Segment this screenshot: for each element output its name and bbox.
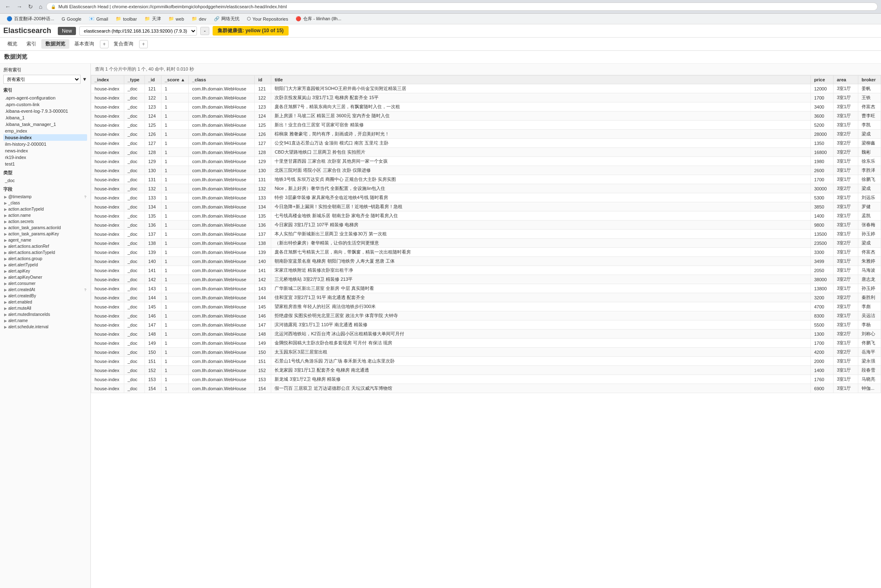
index-selector[interactable]: 所有索引 [3, 75, 81, 84]
index-item-kibana1[interactable]: .kibana_1 [3, 114, 87, 121]
field-alert-created-at[interactable]: ▶ alert.createdAt ? [3, 287, 87, 293]
table-row[interactable]: house-index_doc1451com.llh.domain.WebHou… [91, 302, 881, 311]
table-row[interactable]: house-index_doc1501com.llh.domain.WebHou… [91, 348, 881, 357]
table-row[interactable]: house-index_doc1281com.llh.domain.WebHou… [91, 148, 881, 157]
field-alert-name[interactable]: ▶ alert.name [3, 318, 87, 324]
field-alert-schedule-interval[interactable]: ▶ alert.schedule.interval [3, 324, 87, 330]
back-button[interactable]: ← [3, 2, 12, 11]
header-price[interactable]: price [811, 76, 834, 84]
field-alert-consumer[interactable]: ▶ alert.consumer [3, 280, 87, 287]
header-type[interactable]: _type [124, 76, 145, 84]
basic-query-plus[interactable]: + [100, 40, 109, 48]
table-row[interactable]: house-index_doc1441com.llh.domain.WebHou… [91, 293, 881, 302]
table-row[interactable]: house-index_doc1261com.llh.domain.WebHou… [91, 130, 881, 139]
table-row[interactable]: house-index_doc1331com.llh.domain.WebHou… [91, 193, 881, 202]
table-row[interactable]: house-index_doc1241com.llh.domain.WebHou… [91, 111, 881, 121]
index-item-news[interactable]: news-index [3, 147, 87, 154]
field-action-name[interactable]: ▶ action.name [3, 212, 87, 218]
field-alert-muted-instance-ids[interactable]: ▶ alert.mutedInstanceIds [3, 311, 87, 318]
table-row[interactable]: house-index_doc1341com.llh.domain.WebHou… [91, 202, 881, 211]
table-row[interactable]: house-index_doc1221com.llh.domain.WebHou… [91, 93, 881, 102]
table-row[interactable]: house-index_doc1271com.llh.domain.WebHou… [91, 139, 881, 148]
index-item-kibana-event[interactable]: .kibana-event-log-7.9.3-000001 [3, 108, 87, 114]
field-alert-enabled[interactable]: ▶ alert.enabled [3, 299, 87, 305]
field-alert-type-id[interactable]: ▶ alert.alertTypeId [3, 262, 87, 268]
field-agent-name[interactable]: ▶ agent_name [3, 237, 87, 243]
address-bar[interactable]: 🔒 Multi Elasticsearch Head | chrome-exte… [46, 2, 878, 11]
header-score[interactable]: _score ▲ [161, 76, 189, 84]
header-title[interactable]: title [271, 76, 811, 84]
field-action-type-id[interactable]: ▶ action.actionTypeId [3, 206, 87, 212]
table-row[interactable]: house-index_doc1211com.llh.domain.WebHou… [91, 84, 881, 93]
bookmark-web[interactable]: 📁 web [165, 15, 187, 22]
bookmark-github[interactable]: ⬡ Your Repositories [244, 15, 291, 22]
tab-complex-query[interactable]: 复合查询 [109, 39, 137, 49]
table-row[interactable]: house-index_doc1511com.llh.domain.WebHou… [91, 357, 881, 366]
table-row[interactable]: house-index_doc1491com.llh.domain.WebHou… [91, 339, 881, 348]
table-row[interactable]: house-index_doc1431com.llh.domain.WebHou… [91, 284, 881, 293]
type-item-doc[interactable]: _doc [3, 177, 87, 184]
bookmark-warehouse[interactable]: 🔴 仓库 - lilinhan (llh... [292, 15, 345, 23]
table-row[interactable]: house-index_doc1371com.llh.domain.WebHou… [91, 230, 881, 239]
new-button[interactable]: New [58, 27, 76, 35]
field-timestamp[interactable]: ▶ @timestamp ? [3, 194, 87, 200]
header-broker[interactable]: broker [858, 76, 881, 84]
table-row[interactable]: house-index_doc1421com.llh.domain.WebHou… [91, 275, 881, 284]
table-row[interactable]: house-index_doc1251com.llh.domain.WebHou… [91, 121, 881, 130]
tab-data-browser[interactable]: 数据浏览 [41, 39, 69, 49]
index-item-kibana-task[interactable]: .kibana_task_manager_1 [3, 121, 87, 128]
bookmark-google[interactable]: G Google [58, 16, 85, 22]
index-item-rk19[interactable]: rk19-index [3, 154, 87, 161]
bookmark-toolbar[interactable]: 📁 toolbar [112, 15, 140, 22]
field-alert-created-by[interactable]: ▶ alert.createdBy [3, 293, 87, 299]
bookmark-network[interactable]: 🔗 网络无忧 [211, 15, 243, 23]
table-row[interactable]: house-index_doc1531com.llh.domain.WebHou… [91, 375, 881, 384]
cluster-select[interactable]: elasticsearch (http://192.168.126.133:92… [79, 26, 197, 36]
table-row[interactable]: house-index_doc1291com.llh.domain.WebHou… [91, 157, 881, 166]
table-row[interactable]: house-index_doc1311com.llh.domain.WebHou… [91, 175, 881, 184]
table-row[interactable]: house-index_doc1381com.llh.domain.WebHou… [91, 239, 881, 248]
field-action-secrets[interactable]: ▶ action.secrets [3, 218, 87, 225]
bookmark-baidu[interactable]: 🔵 百度翻译-200种语... [3, 15, 57, 23]
table-row[interactable]: house-index_doc1541com.llh.domain.WebHou… [91, 384, 881, 393]
header-class[interactable]: _class [189, 76, 255, 84]
header-area[interactable]: area [834, 76, 858, 84]
tab-overview[interactable]: 概览 [3, 39, 21, 49]
table-row[interactable]: house-index_doc1391com.llh.domain.WebHou… [91, 248, 881, 257]
table-row[interactable]: house-index_doc1401com.llh.domain.WebHou… [91, 257, 881, 266]
index-item-house[interactable]: house-index [3, 134, 87, 141]
bookmark-dev[interactable]: 📁 dev [188, 15, 210, 22]
table-row[interactable]: house-index_doc1411com.llh.domain.WebHou… [91, 266, 881, 275]
index-item-apm-agent[interactable]: .apm-agent-configuration [3, 95, 87, 101]
table-row[interactable]: house-index_doc1321com.llh.domain.WebHou… [91, 184, 881, 193]
bookmark-tianjin[interactable]: 📁 天津 [141, 15, 164, 23]
field-alert-api-key[interactable]: ▶ alert.apiKey [3, 268, 87, 274]
bookmark-gmail[interactable]: 📧 Gmail [85, 15, 111, 22]
field-class[interactable]: ▶ _class [3, 200, 87, 206]
field-action-task-api-key[interactable]: ▶ action_task_params.apiKey [3, 231, 87, 237]
table-row[interactable]: house-index_doc1471com.llh.domain.WebHou… [91, 320, 881, 330]
field-alert-action-type-id[interactable]: ▶ alert.actions.actionTypeId [3, 249, 87, 256]
index-item-test1[interactable]: test1 [3, 161, 87, 167]
header-id[interactable]: _id [145, 76, 161, 84]
header-index[interactable]: _index [91, 76, 124, 84]
field-alert-actions-group[interactable]: ▶ alert.actions.group [3, 256, 87, 262]
reload-button[interactable]: ↻ [26, 2, 35, 11]
table-row[interactable]: house-index_doc1231com.llh.domain.WebHou… [91, 102, 881, 111]
table-row[interactable]: house-index_doc1521com.llh.domain.WebHou… [91, 366, 881, 375]
tab-index[interactable]: 索引 [22, 39, 40, 49]
table-row[interactable]: house-index_doc1361com.llh.domain.WebHou… [91, 220, 881, 230]
home-button[interactable]: ⌂ [37, 2, 44, 11]
forward-button[interactable]: → [15, 2, 24, 11]
index-item-ilm[interactable]: ilm-history-2-000001 [3, 141, 87, 147]
index-item-apm-custom[interactable]: .apm-custom-link [3, 101, 87, 108]
index-item-emp[interactable]: emp_index [3, 128, 87, 134]
table-row[interactable]: house-index_doc1461com.llh.domain.WebHou… [91, 311, 881, 320]
field-action-task-action-id[interactable]: ▶ action_task_params.actionId [3, 225, 87, 231]
field-alert-mute-all[interactable]: ▶ alert.muteAll [3, 305, 87, 311]
complex-query-plus[interactable]: + [139, 40, 148, 48]
table-row[interactable]: house-index_doc1301com.llh.domain.WebHou… [91, 166, 881, 175]
table-row[interactable]: house-index_doc1481com.llh.domain.WebHou… [91, 330, 881, 339]
table-row[interactable]: house-index_doc1351com.llh.domain.WebHou… [91, 211, 881, 220]
header-id2[interactable]: id [255, 76, 271, 84]
